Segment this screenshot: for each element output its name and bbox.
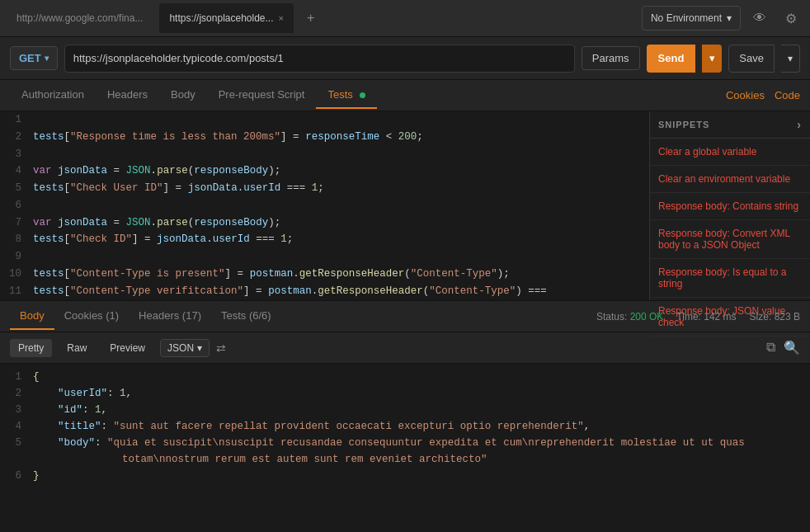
- code-line-8: 8 tests["Check ID"] = jsonData.userId ==…: [0, 231, 649, 248]
- tab-google-label: http://www.google.com/fina...: [16, 12, 143, 24]
- close-icon[interactable]: ×: [279, 13, 284, 23]
- save-dropdown-arrow[interactable]: ▾: [781, 45, 800, 73]
- chevron-down-icon: ▾: [727, 12, 732, 24]
- code-line-4: 4 var jsonData = JSON.parse(responseBody…: [0, 162, 649, 180]
- tab-jsonplaceholder[interactable]: https://jsonplaceholde... ×: [159, 3, 294, 33]
- snippet-convert-xml[interactable]: Response body: Convert XML body to a JSO…: [650, 220, 810, 259]
- resp-line-3: 3 "id": 1,: [0, 402, 810, 418]
- code-editor[interactable]: 1 2 tests["Response time is less than 20…: [0, 111, 649, 300]
- snippet-response-contains[interactable]: Response body: Contains string: [650, 193, 810, 220]
- chevron-down-icon: ▾: [45, 54, 49, 63]
- filter-icon[interactable]: ⇄: [216, 341, 226, 355]
- url-input[interactable]: [64, 45, 575, 73]
- env-selector: No Environment ▾ 👁 ⚙: [642, 6, 803, 31]
- response-status: Status: 200 OK Time: 142 ms Size: 823 B: [596, 311, 800, 322]
- response-toolbar: Pretty Raw Preview JSON ▾ ⇄ ⧉ 🔍: [0, 332, 810, 364]
- send-dropdown-arrow[interactable]: ▾: [702, 45, 722, 73]
- preview-button[interactable]: Preview: [101, 339, 153, 357]
- response-tab-body[interactable]: Body: [10, 303, 54, 330]
- code-line-3: 3: [0, 146, 649, 163]
- search-icon[interactable]: 🔍: [784, 340, 800, 355]
- cookies-link[interactable]: Cookies: [726, 89, 765, 101]
- response-tab-cookies[interactable]: Cookies (1): [54, 303, 129, 330]
- snippets-panel: SNIPPETS › Clear a global variable Clear…: [649, 111, 810, 300]
- status-value: 200 OK: [630, 311, 664, 322]
- resp-line-6: 6 }: [0, 468, 810, 484]
- resp-line-4: 4 "title": "sunt aut facere repellat pro…: [0, 418, 810, 435]
- chevron-down-icon: ▾: [197, 342, 202, 354]
- response-tab-headers[interactable]: Headers (17): [129, 303, 211, 330]
- tab-jsonplaceholder-label: https://jsonplaceholde...: [169, 12, 273, 24]
- resp-line-2: 2 "userId": 1,: [0, 385, 810, 402]
- eye-icon[interactable]: 👁: [747, 6, 772, 31]
- size-label: Size: 823 B: [750, 311, 800, 322]
- tab-authorization[interactable]: Authorization: [10, 82, 96, 109]
- raw-button[interactable]: Raw: [59, 339, 95, 357]
- time-value: 142 ms: [704, 311, 736, 322]
- main-content: 1 2 tests["Response time is less than 20…: [0, 111, 810, 301]
- add-tab-button[interactable]: +: [300, 7, 321, 29]
- copy-icon[interactable]: ⧉: [766, 340, 775, 355]
- send-button[interactable]: Send: [647, 45, 696, 73]
- method-label: GET: [19, 52, 41, 64]
- code-line-9: 9: [0, 248, 649, 266]
- method-dropdown[interactable]: GET ▾: [10, 46, 58, 70]
- env-label: No Environment: [651, 12, 722, 24]
- code-line-11-cont: "application/json; charset=utf-8";: [0, 299, 649, 300]
- url-bar: GET ▾ Params Send ▾ Save ▾: [0, 37, 810, 80]
- env-dropdown[interactable]: No Environment ▾: [642, 6, 741, 31]
- pretty-button[interactable]: Pretty: [10, 339, 52, 357]
- status-label: Status: 200 OK: [596, 311, 663, 322]
- snippets-expand-icon[interactable]: ›: [797, 118, 802, 131]
- tab-pre-request-script[interactable]: Pre-request Script: [207, 82, 317, 109]
- code-line-11: 11 tests["Content-Type verifitcation"] =…: [0, 283, 649, 300]
- code-link[interactable]: Code: [775, 89, 800, 101]
- code-line-2: 2 tests["Response time is less than 200m…: [0, 129, 649, 146]
- request-tab-actions: Cookies Code: [726, 89, 800, 101]
- params-button[interactable]: Params: [582, 46, 640, 70]
- gear-icon[interactable]: ⚙: [779, 6, 803, 31]
- code-line-6: 6: [0, 197, 649, 214]
- resp-line-1: 1 {: [0, 369, 810, 385]
- tab-body[interactable]: Body: [159, 82, 207, 109]
- snippet-response-equal[interactable]: Response body: Is equal to a string: [650, 259, 810, 298]
- tab-headers[interactable]: Headers: [96, 82, 159, 109]
- top-bar: http://www.google.com/fina... https://js…: [0, 0, 810, 37]
- tab-tests[interactable]: Tests: [316, 82, 377, 109]
- resp-code-area: 1 { 2 "userId": 1, 3 "id": 1, 4 "title":…: [0, 364, 810, 532]
- size-value: 823 B: [775, 311, 800, 322]
- format-label: JSON: [167, 342, 194, 354]
- code-line-5: 5 tests["Check User ID"] = jsonData.user…: [0, 180, 649, 197]
- time-label: Time: 142 ms: [676, 311, 736, 322]
- tab-google[interactable]: http://www.google.com/fina...: [7, 3, 153, 33]
- resp-line-5: 5 "body": "quia et suscipit\nsuscipit re…: [0, 435, 810, 468]
- format-selector[interactable]: JSON ▾: [160, 339, 210, 357]
- code-line-1: 1: [0, 111, 649, 129]
- response-tab-tests[interactable]: Tests (6/6): [211, 303, 281, 330]
- snippet-clear-env[interactable]: Clear an environment variable: [650, 166, 810, 193]
- snippets-title: SNIPPETS: [658, 120, 709, 129]
- code-line-10: 10 tests["Content-Type is present"] = po…: [0, 266, 649, 283]
- code-line-7: 7 var jsonData = JSON.parse(responseBody…: [0, 214, 649, 232]
- save-button[interactable]: Save: [728, 45, 775, 73]
- response-json-content: 1 { 2 "userId": 1, 3 "id": 1, 4 "title":…: [0, 364, 810, 532]
- request-tabs: Authorization Headers Body Pre-request S…: [0, 80, 810, 111]
- snippet-clear-global[interactable]: Clear a global variable: [650, 139, 810, 166]
- snippets-header: SNIPPETS ›: [650, 111, 810, 139]
